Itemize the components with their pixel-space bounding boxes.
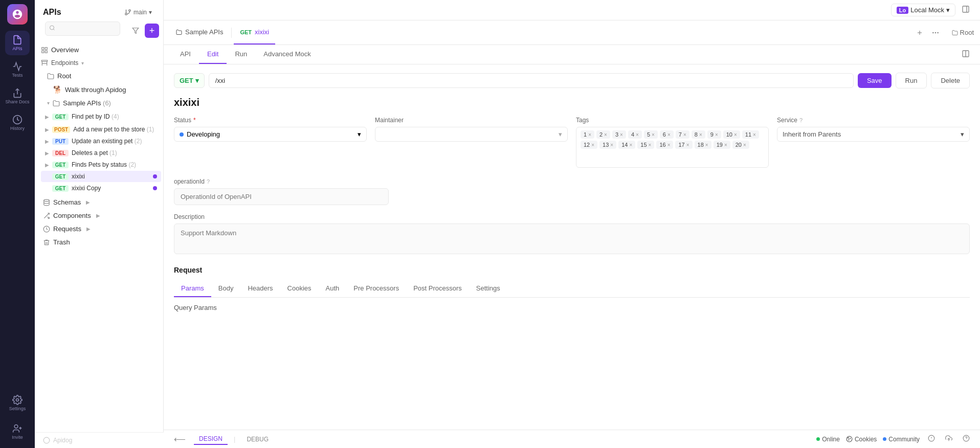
api-tab-run[interactable]: Run bbox=[227, 45, 255, 64]
tag-remove-icon[interactable]: × bbox=[705, 142, 708, 148]
back-button[interactable]: ⟵ bbox=[172, 432, 188, 446]
tag-remove-icon[interactable]: × bbox=[610, 142, 613, 148]
tab-sample-apis[interactable]: Sample APIs bbox=[170, 20, 229, 44]
nav-schemas[interactable]: Schemas ▶ bbox=[37, 196, 161, 209]
tag-item[interactable]: 11 × bbox=[742, 130, 759, 139]
tag-item[interactable]: 1 × bbox=[581, 130, 594, 139]
tag-item[interactable]: 10 × bbox=[723, 130, 740, 139]
tab-xixixi[interactable]: GET xixixi bbox=[234, 20, 275, 44]
tag-item[interactable]: 7 × bbox=[676, 130, 689, 139]
nav-components[interactable]: Components ▶ bbox=[37, 209, 161, 222]
req-tab-cookies[interactable]: Cookies bbox=[280, 280, 319, 297]
nav-walk-through[interactable]: 🐕 Walk through Apidog bbox=[37, 83, 161, 96]
tag-remove-icon[interactable]: × bbox=[588, 132, 591, 138]
online-status[interactable]: Online bbox=[816, 436, 840, 443]
cookies-item[interactable]: Cookies bbox=[846, 436, 877, 443]
url-input[interactable] bbox=[209, 73, 854, 88]
tag-remove-icon[interactable]: × bbox=[743, 142, 746, 148]
method-select[interactable]: GET ▾ bbox=[174, 73, 205, 88]
api-tab-edit[interactable]: Edit bbox=[199, 45, 227, 64]
sidebar-item-apis[interactable]: APIs bbox=[5, 31, 30, 55]
branch-selector[interactable]: main ▾ bbox=[121, 7, 155, 17]
api-tab-advanced-mock[interactable]: Advanced Mock bbox=[255, 45, 319, 64]
tag-remove-icon[interactable]: × bbox=[699, 132, 702, 138]
tag-item[interactable]: 19 × bbox=[714, 141, 730, 149]
status-select[interactable]: Developing ▾ bbox=[174, 127, 367, 142]
req-tab-pre-processors[interactable]: Pre Processors bbox=[346, 280, 406, 297]
sidebar-item-history[interactable]: History bbox=[5, 110, 30, 135]
req-tab-headers[interactable]: Headers bbox=[240, 280, 280, 297]
tag-remove-icon[interactable]: × bbox=[649, 142, 652, 148]
nav-requests[interactable]: Requests ▶ bbox=[37, 222, 161, 235]
more-tabs-button[interactable] bbox=[929, 27, 942, 39]
app-avatar[interactable] bbox=[7, 4, 28, 25]
service-info-icon[interactable]: ? bbox=[799, 117, 803, 123]
bottom-icon-1[interactable] bbox=[926, 433, 937, 445]
new-tab-button[interactable] bbox=[914, 27, 925, 38]
tag-item[interactable]: 12 × bbox=[581, 141, 597, 149]
nav-sample-apis[interactable]: ▾ Sample APIs (6) bbox=[37, 97, 161, 109]
endpoint-xixixi-copy[interactable]: GET xixixi Copy bbox=[41, 183, 161, 194]
service-select[interactable]: Inherit from Parents ▾ bbox=[777, 127, 970, 142]
tag-item[interactable]: 17 × bbox=[675, 141, 692, 149]
description-input[interactable] bbox=[174, 223, 970, 254]
sidebar-item-tests[interactable]: Tests bbox=[5, 57, 30, 82]
layout-toggle-button[interactable] bbox=[960, 3, 972, 17]
tag-item[interactable]: 15 × bbox=[637, 141, 654, 149]
search-input[interactable] bbox=[45, 21, 120, 36]
filter-button[interactable] bbox=[128, 24, 143, 38]
tag-remove-icon[interactable]: × bbox=[629, 142, 632, 148]
tag-remove-icon[interactable]: × bbox=[620, 132, 623, 138]
debug-button[interactable]: DEBUG bbox=[241, 434, 274, 444]
endpoint-find-pets-status[interactable]: ▶ GET Finds Pets by status (2) bbox=[41, 159, 161, 170]
tag-remove-icon[interactable]: × bbox=[734, 132, 737, 138]
design-button[interactable]: DESIGN bbox=[194, 434, 228, 445]
tag-item[interactable]: 13 × bbox=[599, 141, 616, 149]
tag-remove-icon[interactable]: × bbox=[652, 132, 655, 138]
sidebar-item-settings[interactable]: Settings bbox=[5, 391, 30, 415]
tag-item[interactable]: 5 × bbox=[644, 130, 658, 139]
bottom-icon-3[interactable] bbox=[961, 433, 972, 445]
tag-remove-icon[interactable]: × bbox=[715, 132, 718, 138]
api-tab-api[interactable]: API bbox=[172, 45, 199, 64]
tag-item[interactable]: 4 × bbox=[628, 130, 642, 139]
req-tab-settings[interactable]: Settings bbox=[469, 280, 507, 297]
req-tab-body[interactable]: Body bbox=[211, 280, 241, 297]
tag-remove-icon[interactable]: × bbox=[683, 132, 686, 138]
tag-item[interactable]: 14 × bbox=[618, 141, 635, 149]
nav-trash[interactable]: Trash bbox=[37, 236, 161, 249]
sidebar-item-invite[interactable]: Invite bbox=[5, 419, 30, 444]
delete-button[interactable]: Delete bbox=[931, 73, 970, 88]
endpoint-update-pet[interactable]: ▶ PUT Update an existing pet (2) bbox=[41, 136, 161, 147]
operation-id-input[interactable] bbox=[174, 188, 389, 205]
endpoint-add-pet[interactable]: ▶ POST Add a new pet to the store (1) bbox=[41, 124, 161, 135]
tag-remove-icon[interactable]: × bbox=[591, 142, 594, 148]
split-view-button[interactable] bbox=[960, 48, 972, 61]
req-tab-params[interactable]: Params bbox=[174, 280, 211, 297]
sidebar-item-share-docs[interactable]: Share Docs bbox=[5, 84, 30, 108]
nav-overview[interactable]: Overview bbox=[37, 43, 161, 56]
tag-item[interactable]: 16 × bbox=[656, 141, 673, 149]
tag-item[interactable]: 3 × bbox=[612, 130, 626, 139]
endpoint-find-pet[interactable]: ▶ GET Find pet by ID (4) ··· bbox=[41, 110, 161, 123]
tag-item[interactable]: 20 × bbox=[732, 141, 749, 149]
add-button[interactable]: + bbox=[145, 24, 159, 38]
endpoint-delete-pet[interactable]: ▶ DEL Deletes a pet (1) bbox=[41, 147, 161, 159]
operation-id-info-icon[interactable]: ? bbox=[207, 178, 210, 185]
save-button[interactable]: Save bbox=[858, 73, 892, 88]
req-tab-post-processors[interactable]: Post Processors bbox=[406, 280, 469, 297]
tag-remove-icon[interactable]: × bbox=[686, 142, 689, 148]
tag-remove-icon[interactable]: × bbox=[636, 132, 639, 138]
tag-remove-icon[interactable]: × bbox=[604, 132, 607, 138]
tag-item[interactable]: 6 × bbox=[660, 130, 674, 139]
maintainer-select[interactable]: ▾ bbox=[375, 127, 568, 142]
bottom-icon-2[interactable] bbox=[943, 433, 954, 445]
nav-root[interactable]: Root bbox=[37, 70, 161, 82]
tag-remove-icon[interactable]: × bbox=[724, 142, 727, 148]
tag-remove-icon[interactable]: × bbox=[667, 132, 671, 138]
tag-item[interactable]: 9 × bbox=[707, 130, 721, 139]
req-tab-auth[interactable]: Auth bbox=[319, 280, 347, 297]
tags-container[interactable]: 1 ×2 ×3 ×4 ×5 ×6 ×7 ×8 ×9 ×10 ×11 ×12 ×1… bbox=[576, 127, 769, 168]
tag-item[interactable]: 8 × bbox=[692, 130, 705, 139]
tag-item[interactable]: 2 × bbox=[596, 130, 610, 139]
